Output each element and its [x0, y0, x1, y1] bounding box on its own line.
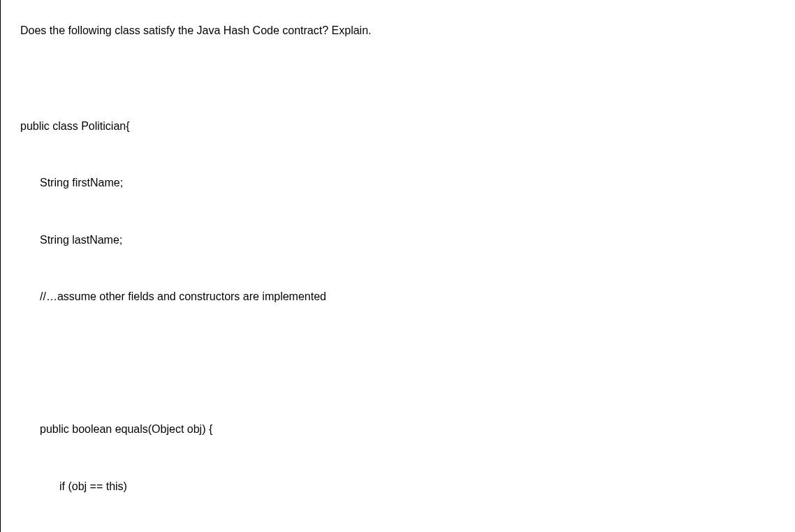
code-block: public class Politician{ String firstNam… — [20, 78, 781, 532]
code-line: String firstName; — [20, 173, 781, 192]
blank-line — [20, 344, 781, 382]
code-line: public boolean equals(Object obj) { — [20, 420, 781, 438]
code-line: //…assume other fields and constructors … — [20, 287, 781, 306]
question-text: Does the following class satisfy the Jav… — [20, 21, 781, 40]
code-line: String lastName; — [20, 230, 781, 249]
code-line: if (obj == this) — [20, 477, 781, 496]
code-line: public class Politician{ — [20, 117, 781, 135]
